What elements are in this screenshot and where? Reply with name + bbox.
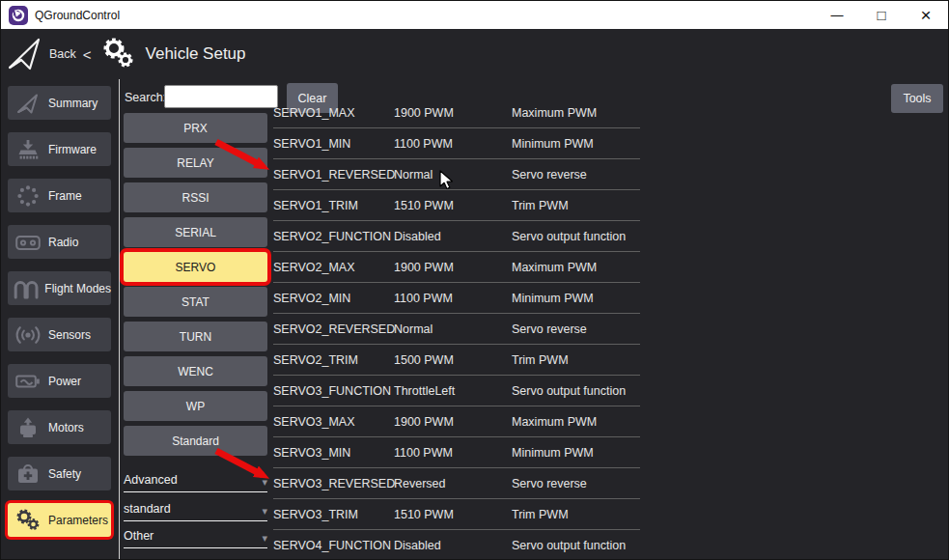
parameter-table: SERVO1_MAX1900 PWMMaximum PWM SERVO1_MIN… bbox=[273, 106, 640, 559]
sidebar-item-label: Flight Modes bbox=[44, 282, 111, 295]
parameter-row-servo3-trim[interactable]: SERVO3_TRIM1510 PWMTrim PWM bbox=[273, 499, 640, 530]
breadcrumb-separator: < bbox=[83, 46, 92, 63]
dropdown-other[interactable]: Other ▾ bbox=[124, 518, 267, 548]
parameter-description: Servo output function bbox=[512, 384, 640, 398]
sidebar-item-label: Firmware bbox=[48, 143, 97, 156]
parameter-name: SERVO2_REVERSED bbox=[273, 322, 394, 336]
parameter-name: SERVO2_MIN bbox=[273, 292, 394, 305]
sidebar-item-safety[interactable]: Safety bbox=[8, 457, 111, 490]
parameter-description: Maximum PWM bbox=[512, 106, 640, 120]
parameter-name: SERVO4_FUNCTION bbox=[273, 539, 394, 552]
close-button[interactable]: × bbox=[904, 1, 948, 29]
parameter-row-servo2-trim[interactable]: SERVO2_TRIM1500 PWMTrim PWM bbox=[273, 345, 640, 376]
parameter-description: Minimum PWM bbox=[512, 137, 640, 151]
dropdown-advanced[interactable]: Advanced ▾ bbox=[124, 462, 267, 492]
page-title: Vehicle Setup bbox=[146, 44, 246, 64]
parameter-row-servo3-min[interactable]: SERVO3_MIN1100 PWMMinimum PWM bbox=[273, 437, 640, 468]
parameter-value: Disabled bbox=[394, 230, 512, 243]
category-standard[interactable]: Standard bbox=[124, 426, 267, 456]
category-wenc[interactable]: WENC bbox=[124, 356, 267, 386]
sidebar-item-summary[interactable]: Summary bbox=[8, 86, 111, 120]
parameter-row-servo1-reversed[interactable]: SERVO1_REVERSEDNormalServo reverse bbox=[273, 159, 640, 190]
sidebar-item-parameters[interactable]: Parameters bbox=[8, 503, 111, 537]
parameter-value: 1100 PWM bbox=[394, 446, 512, 460]
sidebar-item-label: Frame bbox=[48, 189, 82, 203]
category-servo[interactable]: SERVO bbox=[124, 252, 267, 282]
sidebar-item-label: Safety bbox=[48, 467, 81, 481]
parameter-row-servo4-function[interactable]: SERVO4_FUNCTIONDisabledServo output func… bbox=[273, 530, 640, 559]
chevron-down-icon: ▾ bbox=[262, 533, 267, 543]
parameter-description: Servo output function bbox=[512, 539, 640, 552]
parameter-name: SERVO1_TRIM bbox=[273, 199, 394, 212]
parameter-description: Maximum PWM bbox=[512, 261, 640, 274]
parameter-row-servo3-max[interactable]: SERVO3_MAX1900 PWMMaximum PWM bbox=[273, 406, 640, 437]
sidebar-item-label: Power bbox=[48, 375, 81, 388]
chevron-down-icon: ▾ bbox=[262, 506, 267, 516]
category-wp[interactable]: WP bbox=[124, 391, 267, 421]
category-turn[interactable]: TURN bbox=[124, 322, 267, 351]
sidebar-item-radio[interactable]: Radio bbox=[8, 225, 111, 259]
tools-button[interactable]: Tools bbox=[891, 84, 943, 113]
category-relay[interactable]: RELAY bbox=[124, 148, 267, 178]
parameter-description: Servo reverse bbox=[512, 477, 640, 490]
parameter-value: Reversed bbox=[394, 477, 512, 490]
parameter-name: SERVO3_TRIM bbox=[273, 508, 394, 521]
parameter-description: Trim PWM bbox=[512, 353, 640, 367]
category-stat[interactable]: STAT bbox=[124, 287, 267, 317]
parameter-row-servo3-function[interactable]: SERVO3_FUNCTIONThrottleLeftServo output … bbox=[273, 376, 640, 406]
parameter-value: Normal bbox=[394, 168, 512, 182]
sidebar-item-frame[interactable]: Frame bbox=[8, 179, 111, 212]
back-button[interactable]: Back bbox=[49, 47, 76, 61]
sidebar-item-label: Parameters bbox=[48, 514, 108, 527]
sidebar-item-label: Sensors bbox=[48, 328, 91, 342]
parameter-row-servo1-trim[interactable]: SERVO1_TRIM1510 PWMTrim PWM bbox=[273, 190, 640, 221]
dropdown-label: Other bbox=[124, 529, 154, 543]
parameter-description: Trim PWM bbox=[512, 199, 640, 212]
parameter-name: SERVO3_REVERSED bbox=[273, 477, 394, 490]
parameter-row-servo2-max[interactable]: SERVO2_MAX1900 PWMMaximum PWM bbox=[273, 252, 640, 283]
parameter-description: Servo reverse bbox=[512, 322, 640, 336]
parameter-row-servo2-reversed[interactable]: SERVO2_REVERSEDNormalServo reverse bbox=[273, 314, 640, 345]
category-rssi[interactable]: RSSI bbox=[124, 182, 267, 212]
sidebar-item-flight-modes[interactable]: Flight Modes bbox=[8, 271, 111, 305]
flight-modes-wave-icon bbox=[13, 277, 40, 300]
category-serial[interactable]: SERIAL bbox=[124, 217, 267, 247]
parameter-name: SERVO1_MIN bbox=[273, 137, 394, 151]
parameter-name: SERVO2_MAX bbox=[273, 261, 394, 274]
parameter-name: SERVO2_TRIM bbox=[273, 353, 394, 367]
parameter-name: SERVO1_MAX bbox=[273, 106, 394, 120]
sidebar-item-power[interactable]: Power bbox=[8, 364, 111, 398]
parameter-row-servo1-max[interactable]: SERVO1_MAX1900 PWMMaximum PWM bbox=[273, 106, 640, 128]
minimize-button[interactable]: — bbox=[815, 1, 859, 29]
parameter-row-servo1-min[interactable]: SERVO1_MIN1100 PWMMinimum PWM bbox=[273, 128, 640, 159]
sidebar-item-sensors[interactable]: Sensors bbox=[8, 318, 111, 351]
title-bar: QGroundControl — □ × bbox=[1, 1, 948, 29]
frame-dots-icon bbox=[13, 184, 43, 208]
category-prx[interactable]: PRX bbox=[124, 113, 267, 143]
parameter-description: Servo output function bbox=[512, 230, 640, 243]
parameter-name: SERVO3_MIN bbox=[273, 446, 394, 460]
sidebar-item-label: Summary bbox=[48, 97, 98, 110]
parameter-description: Trim PWM bbox=[512, 508, 640, 521]
parameter-value: 1510 PWM bbox=[394, 508, 512, 521]
qgroundcontrol-logo-icon bbox=[9, 6, 28, 25]
sidebar-item-motors[interactable]: Motors bbox=[8, 410, 111, 444]
sidebar-item-firmware[interactable]: Firmware bbox=[8, 132, 111, 166]
search-input[interactable] bbox=[164, 85, 278, 108]
parameter-name: SERVO3_FUNCTION bbox=[273, 384, 394, 398]
parameter-value: 1900 PWM bbox=[394, 261, 512, 274]
panel-divider bbox=[119, 79, 120, 559]
paper-plane-icon bbox=[7, 36, 42, 72]
sidebar-item-label: Radio bbox=[48, 236, 78, 249]
parameter-row-servo2-min[interactable]: SERVO2_MIN1100 PWMMinimum PWM bbox=[273, 283, 640, 314]
parameter-value: ThrottleLeft bbox=[394, 384, 512, 398]
parameter-name: SERVO3_MAX bbox=[273, 415, 394, 429]
parameter-row-servo3-reversed[interactable]: SERVO3_REVERSEDReversedServo reverse bbox=[273, 468, 640, 499]
maximize-button[interactable]: □ bbox=[859, 1, 904, 29]
parameter-description: Minimum PWM bbox=[512, 446, 640, 460]
window-controls: — □ × bbox=[815, 1, 948, 29]
gears-icon bbox=[13, 507, 43, 533]
gears-icon bbox=[99, 36, 138, 72]
parameter-row-servo2-function[interactable]: SERVO2_FUNCTIONDisabledServo output func… bbox=[273, 221, 640, 252]
parameter-value: 1900 PWM bbox=[394, 106, 512, 120]
